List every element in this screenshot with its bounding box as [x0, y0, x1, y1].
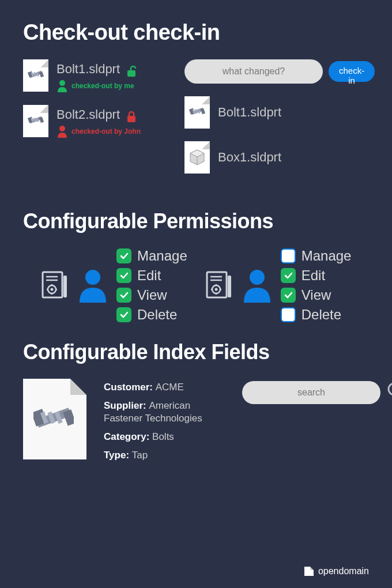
field-label: Type: [104, 450, 132, 461]
permission-item: Delete [281, 307, 352, 323]
checkbox-checked-icon[interactable] [116, 248, 131, 263]
file-bolt1-mine[interactable]: Bolt1.sldprt checked-out by me [23, 59, 167, 92]
file-name: Box1.sldprt [218, 150, 281, 165]
lock-icon [126, 110, 137, 123]
search-input[interactable] [242, 381, 380, 404]
person-icon [56, 80, 68, 92]
permission-label: Edit [137, 267, 161, 284]
permission-label: Delete [301, 307, 341, 323]
file-icon [23, 59, 48, 92]
changes-input[interactable] [184, 59, 323, 84]
index-field: Supplier: American Fastener Technologies [104, 399, 225, 425]
permission-label: View [301, 287, 331, 303]
permission-item: Manage [281, 248, 352, 264]
field-label: Customer: [104, 382, 156, 393]
user-icon [76, 267, 110, 304]
file-icon [184, 96, 210, 129]
checkout-section: Check-out check-in Bolt1.sldprt checked-… [23, 20, 369, 186]
checkbox-checked-icon[interactable] [116, 307, 131, 322]
brand-label: opendomain [318, 566, 369, 576]
index-field: Customer: ACME [104, 381, 225, 394]
user-icon [240, 267, 274, 304]
unlock-icon [126, 65, 137, 77]
status-label: checked-out by me [71, 82, 134, 90]
staged-file-bolt1[interactable]: Bolt1.sldprt [184, 96, 375, 129]
permission-label: Delete [137, 307, 177, 323]
field-value: ACME [156, 382, 184, 393]
checkin-button[interactable]: check-in [329, 61, 375, 82]
checkbox-checked-icon[interactable] [116, 268, 131, 283]
permission-label: View [137, 287, 167, 303]
file-icon [23, 105, 48, 137]
permission-item: View [281, 287, 352, 303]
permission-user-2: ManageEditViewDelete [205, 248, 352, 323]
field-value: Bolts [152, 431, 174, 442]
file-name: Bolt1.sldprt [218, 105, 281, 120]
file-icon [184, 141, 210, 174]
field-value: Tap [132, 450, 148, 461]
person-icon [56, 125, 68, 138]
doc-gear-icon [205, 268, 233, 303]
index-fields-section: Configurable Index Fields Customer: ACME… [23, 340, 369, 462]
checkbox-unchecked-icon[interactable] [281, 307, 296, 322]
file-bolt2-other[interactable]: Bolt2.sldprt checked-out by John [23, 105, 167, 138]
permission-label: Manage [301, 248, 352, 264]
checkout-title: Check-out check-in [23, 20, 369, 45]
field-label: Category: [104, 431, 152, 442]
brand-icon [304, 567, 314, 576]
field-label: Supplier: [104, 400, 149, 411]
file-preview-icon [23, 379, 86, 459]
staged-file-box1[interactable]: Box1.sldprt [184, 141, 375, 174]
checked-out-files: Bolt1.sldprt checked-out by me Bolt2.sld… [23, 59, 167, 186]
permission-item: Manage [116, 248, 187, 264]
permissions-title: Configurable Permissions [23, 209, 369, 233]
status-label: checked-out by John [71, 127, 141, 135]
doc-gear-icon [40, 268, 69, 303]
permission-label: Manage [137, 248, 187, 264]
checkbox-checked-icon[interactable] [281, 288, 296, 303]
footer-brand: opendomain [304, 566, 369, 576]
file-name: Bolt1.sldprt [56, 62, 120, 76]
permission-item: Edit [116, 267, 187, 284]
permission-label: Edit [301, 267, 325, 284]
index-title: Configurable Index Fields [23, 340, 369, 364]
index-field: Category: Bolts [104, 431, 225, 443]
permission-item: View [116, 287, 187, 303]
file-name: Bolt2.sldprt [56, 107, 120, 122]
checkbox-checked-icon[interactable] [116, 288, 131, 303]
checkbox-unchecked-icon[interactable] [281, 248, 296, 263]
search-icon[interactable] [386, 381, 392, 401]
index-field: Type: Tap [104, 449, 225, 462]
permission-user-1: ManageEditViewDelete [40, 248, 187, 323]
checkbox-checked-icon[interactable] [281, 268, 296, 283]
permission-item: Delete [116, 307, 187, 323]
permissions-section: Configurable Permissions ManageEditViewD… [23, 209, 369, 323]
permission-item: Edit [281, 267, 352, 284]
